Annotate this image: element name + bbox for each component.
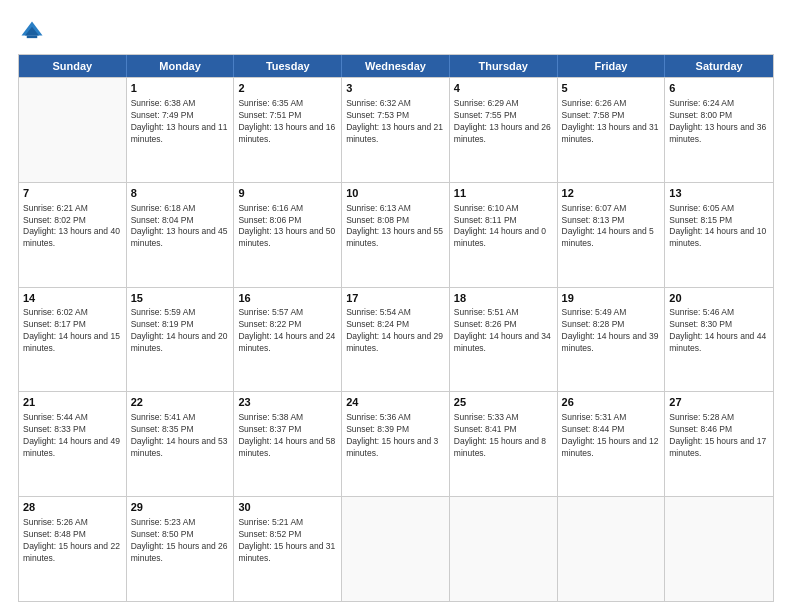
- cell-info: Sunrise: 5:23 AMSunset: 8:50 PMDaylight:…: [131, 517, 230, 565]
- calendar-body: 1Sunrise: 6:38 AMSunset: 7:49 PMDaylight…: [19, 77, 773, 601]
- calendar-row-3: 14Sunrise: 6:02 AMSunset: 8:17 PMDayligh…: [19, 287, 773, 392]
- cell-info: Sunrise: 5:59 AMSunset: 8:19 PMDaylight:…: [131, 307, 230, 355]
- day-number: 6: [669, 81, 769, 96]
- empty-cell: [665, 497, 773, 601]
- day-cell-8: 8Sunrise: 6:18 AMSunset: 8:04 PMDaylight…: [127, 183, 235, 287]
- day-cell-4: 4Sunrise: 6:29 AMSunset: 7:55 PMDaylight…: [450, 78, 558, 182]
- cell-info: Sunrise: 6:32 AMSunset: 7:53 PMDaylight:…: [346, 98, 445, 146]
- weekday-header-monday: Monday: [127, 55, 235, 77]
- day-cell-16: 16Sunrise: 5:57 AMSunset: 8:22 PMDayligh…: [234, 288, 342, 392]
- day-cell-2: 2Sunrise: 6:35 AMSunset: 7:51 PMDaylight…: [234, 78, 342, 182]
- cell-info: Sunrise: 5:38 AMSunset: 8:37 PMDaylight:…: [238, 412, 337, 460]
- day-number: 4: [454, 81, 553, 96]
- day-cell-22: 22Sunrise: 5:41 AMSunset: 8:35 PMDayligh…: [127, 392, 235, 496]
- day-number: 5: [562, 81, 661, 96]
- cell-info: Sunrise: 6:02 AMSunset: 8:17 PMDaylight:…: [23, 307, 122, 355]
- cell-info: Sunrise: 5:33 AMSunset: 8:41 PMDaylight:…: [454, 412, 553, 460]
- day-cell-12: 12Sunrise: 6:07 AMSunset: 8:13 PMDayligh…: [558, 183, 666, 287]
- cell-info: Sunrise: 6:29 AMSunset: 7:55 PMDaylight:…: [454, 98, 553, 146]
- day-cell-13: 13Sunrise: 6:05 AMSunset: 8:15 PMDayligh…: [665, 183, 773, 287]
- cell-info: Sunrise: 5:57 AMSunset: 8:22 PMDaylight:…: [238, 307, 337, 355]
- day-number: 14: [23, 291, 122, 306]
- day-number: 13: [669, 186, 769, 201]
- weekday-header-sunday: Sunday: [19, 55, 127, 77]
- weekday-header-friday: Friday: [558, 55, 666, 77]
- day-number: 17: [346, 291, 445, 306]
- day-number: 30: [238, 500, 337, 515]
- day-cell-3: 3Sunrise: 6:32 AMSunset: 7:53 PMDaylight…: [342, 78, 450, 182]
- day-cell-30: 30Sunrise: 5:21 AMSunset: 8:52 PMDayligh…: [234, 497, 342, 601]
- cell-info: Sunrise: 5:28 AMSunset: 8:46 PMDaylight:…: [669, 412, 769, 460]
- calendar-row-4: 21Sunrise: 5:44 AMSunset: 8:33 PMDayligh…: [19, 391, 773, 496]
- day-number: 11: [454, 186, 553, 201]
- cell-info: Sunrise: 6:26 AMSunset: 7:58 PMDaylight:…: [562, 98, 661, 146]
- cell-info: Sunrise: 6:13 AMSunset: 8:08 PMDaylight:…: [346, 203, 445, 251]
- day-cell-29: 29Sunrise: 5:23 AMSunset: 8:50 PMDayligh…: [127, 497, 235, 601]
- day-cell-7: 7Sunrise: 6:21 AMSunset: 8:02 PMDaylight…: [19, 183, 127, 287]
- cell-info: Sunrise: 5:21 AMSunset: 8:52 PMDaylight:…: [238, 517, 337, 565]
- cell-info: Sunrise: 6:16 AMSunset: 8:06 PMDaylight:…: [238, 203, 337, 251]
- cell-info: Sunrise: 6:38 AMSunset: 7:49 PMDaylight:…: [131, 98, 230, 146]
- empty-cell: [450, 497, 558, 601]
- cell-info: Sunrise: 6:35 AMSunset: 7:51 PMDaylight:…: [238, 98, 337, 146]
- cell-info: Sunrise: 5:36 AMSunset: 8:39 PMDaylight:…: [346, 412, 445, 460]
- header: [18, 18, 774, 46]
- day-cell-28: 28Sunrise: 5:26 AMSunset: 8:48 PMDayligh…: [19, 497, 127, 601]
- day-cell-21: 21Sunrise: 5:44 AMSunset: 8:33 PMDayligh…: [19, 392, 127, 496]
- cell-info: Sunrise: 5:46 AMSunset: 8:30 PMDaylight:…: [669, 307, 769, 355]
- day-cell-1: 1Sunrise: 6:38 AMSunset: 7:49 PMDaylight…: [127, 78, 235, 182]
- day-number: 9: [238, 186, 337, 201]
- weekday-header-thursday: Thursday: [450, 55, 558, 77]
- day-cell-5: 5Sunrise: 6:26 AMSunset: 7:58 PMDaylight…: [558, 78, 666, 182]
- day-cell-20: 20Sunrise: 5:46 AMSunset: 8:30 PMDayligh…: [665, 288, 773, 392]
- day-number: 29: [131, 500, 230, 515]
- cell-info: Sunrise: 6:07 AMSunset: 8:13 PMDaylight:…: [562, 203, 661, 251]
- day-number: 16: [238, 291, 337, 306]
- day-number: 10: [346, 186, 445, 201]
- day-cell-17: 17Sunrise: 5:54 AMSunset: 8:24 PMDayligh…: [342, 288, 450, 392]
- empty-cell: [19, 78, 127, 182]
- cell-info: Sunrise: 6:05 AMSunset: 8:15 PMDaylight:…: [669, 203, 769, 251]
- cell-info: Sunrise: 5:54 AMSunset: 8:24 PMDaylight:…: [346, 307, 445, 355]
- day-number: 8: [131, 186, 230, 201]
- day-number: 19: [562, 291, 661, 306]
- day-cell-19: 19Sunrise: 5:49 AMSunset: 8:28 PMDayligh…: [558, 288, 666, 392]
- day-number: 12: [562, 186, 661, 201]
- logo: [18, 18, 50, 46]
- calendar-row-1: 1Sunrise: 6:38 AMSunset: 7:49 PMDaylight…: [19, 77, 773, 182]
- day-number: 3: [346, 81, 445, 96]
- weekday-header-tuesday: Tuesday: [234, 55, 342, 77]
- cell-info: Sunrise: 5:41 AMSunset: 8:35 PMDaylight:…: [131, 412, 230, 460]
- calendar-row-2: 7Sunrise: 6:21 AMSunset: 8:02 PMDaylight…: [19, 182, 773, 287]
- day-number: 22: [131, 395, 230, 410]
- day-number: 18: [454, 291, 553, 306]
- day-number: 26: [562, 395, 661, 410]
- cell-info: Sunrise: 6:18 AMSunset: 8:04 PMDaylight:…: [131, 203, 230, 251]
- day-number: 7: [23, 186, 122, 201]
- day-number: 15: [131, 291, 230, 306]
- day-cell-14: 14Sunrise: 6:02 AMSunset: 8:17 PMDayligh…: [19, 288, 127, 392]
- day-cell-26: 26Sunrise: 5:31 AMSunset: 8:44 PMDayligh…: [558, 392, 666, 496]
- cell-info: Sunrise: 6:21 AMSunset: 8:02 PMDaylight:…: [23, 203, 122, 251]
- day-number: 23: [238, 395, 337, 410]
- day-cell-27: 27Sunrise: 5:28 AMSunset: 8:46 PMDayligh…: [665, 392, 773, 496]
- page: SundayMondayTuesdayWednesdayThursdayFrid…: [0, 0, 792, 612]
- day-cell-24: 24Sunrise: 5:36 AMSunset: 8:39 PMDayligh…: [342, 392, 450, 496]
- day-cell-6: 6Sunrise: 6:24 AMSunset: 8:00 PMDaylight…: [665, 78, 773, 182]
- cell-info: Sunrise: 5:49 AMSunset: 8:28 PMDaylight:…: [562, 307, 661, 355]
- calendar-header: SundayMondayTuesdayWednesdayThursdayFrid…: [19, 55, 773, 77]
- logo-icon: [18, 18, 46, 46]
- day-cell-18: 18Sunrise: 5:51 AMSunset: 8:26 PMDayligh…: [450, 288, 558, 392]
- calendar-row-5: 28Sunrise: 5:26 AMSunset: 8:48 PMDayligh…: [19, 496, 773, 601]
- cell-info: Sunrise: 5:31 AMSunset: 8:44 PMDaylight:…: [562, 412, 661, 460]
- day-cell-15: 15Sunrise: 5:59 AMSunset: 8:19 PMDayligh…: [127, 288, 235, 392]
- weekday-header-wednesday: Wednesday: [342, 55, 450, 77]
- empty-cell: [342, 497, 450, 601]
- day-number: 28: [23, 500, 122, 515]
- cell-info: Sunrise: 5:51 AMSunset: 8:26 PMDaylight:…: [454, 307, 553, 355]
- cell-info: Sunrise: 5:44 AMSunset: 8:33 PMDaylight:…: [23, 412, 122, 460]
- day-cell-10: 10Sunrise: 6:13 AMSunset: 8:08 PMDayligh…: [342, 183, 450, 287]
- day-number: 27: [669, 395, 769, 410]
- day-number: 1: [131, 81, 230, 96]
- cell-info: Sunrise: 6:24 AMSunset: 8:00 PMDaylight:…: [669, 98, 769, 146]
